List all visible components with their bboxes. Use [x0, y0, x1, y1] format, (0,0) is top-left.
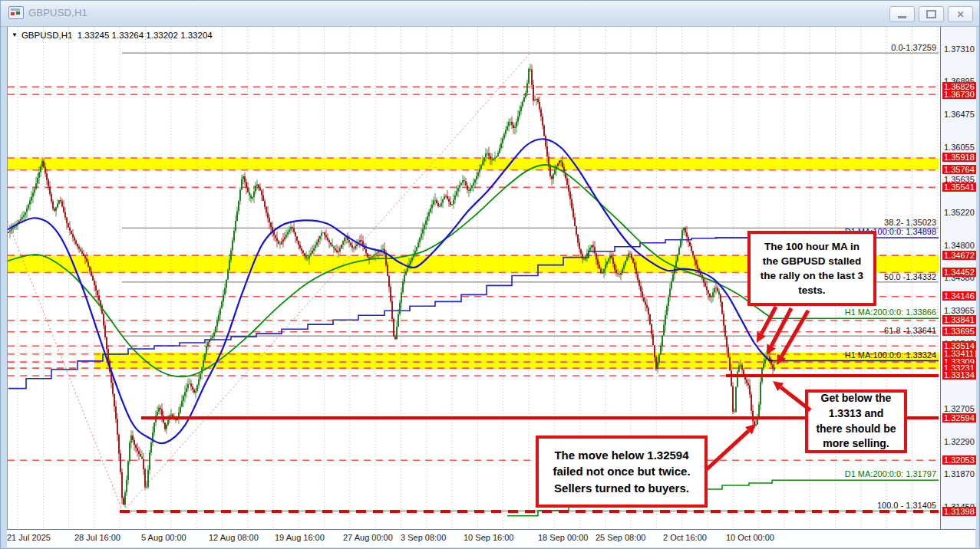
info-close: 1.33204	[180, 31, 213, 40]
window-titlebar[interactable]: GBPUSD,H1 ✕	[1, 1, 979, 27]
y-axis-level-label: 1.34452	[942, 268, 976, 277]
y-axis-tick: 1.37310	[944, 44, 975, 54]
annotation-text-line: there should be	[816, 422, 896, 437]
close-icon: ✕	[956, 10, 964, 19]
annotation-text-line: The 100 hour MA in	[764, 239, 860, 254]
y-axis-level-label: 1.36730	[942, 90, 976, 99]
x-axis-label: 25 Sep 08:00	[596, 533, 645, 542]
annotation-text-line: the rally on the last 3	[761, 268, 863, 283]
annotation-text-line: tests.	[798, 283, 825, 298]
x-axis-label: 18 Sep 00:00	[538, 533, 588, 542]
ann-ma-stall[interactable]: The 100 hour MA inthe GBPUSD stalledthe …	[747, 231, 876, 306]
ma-value-label: H1 MA:200:0:0: 1.33866	[1, 307, 936, 317]
y-axis-level-label: 1.32594	[942, 413, 976, 422]
y-axis-level-label: 1.33695	[942, 327, 976, 336]
ann-get-below[interactable]: Get below the1.3313 andthere should bemo…	[805, 390, 907, 453]
fib-level-label: 0.0-1.37259	[1, 43, 936, 52]
info-low: 1.33202	[146, 31, 178, 40]
x-axis-label: 3 Sep 08:00	[401, 533, 446, 542]
y-axis-level-label: 1.33134	[942, 370, 976, 380]
ma-value-label: H1 MA:100:0:0: 1.33324	[1, 350, 936, 360]
annotation-text-line: more selling.	[823, 436, 889, 452]
y-axis-level-label: 1.35764	[942, 165, 976, 174]
annotation-text-line: The move helow 1.32594	[554, 447, 688, 463]
y-axis-level-label: 1.34672	[942, 251, 976, 260]
support-resistance-zone	[8, 158, 939, 170]
close-button[interactable]: ✕	[948, 6, 973, 22]
ma-value-label: D1 MA:200:0:0: 1.31797	[1, 469, 936, 478]
info-open: 1.33245	[78, 31, 110, 40]
y-axis-tick: 1.32705	[944, 404, 975, 413]
y-axis-tick: 1.35220	[944, 208, 975, 217]
ohlc-info-bar: ▼GBPUSD,H1 1.33245 1.33264 1.33202 1.332…	[12, 31, 213, 40]
x-axis-label: 10 Oct 00:00	[726, 533, 774, 542]
fib-level-label: 100.0 - 1.31405	[1, 501, 936, 510]
x-axis-label: 5 Aug 00:00	[141, 533, 186, 542]
y-axis-tick: 1.36055	[944, 143, 975, 152]
x-axis-label: 21 Jul 2025	[7, 533, 51, 542]
y-axis-level-label: 1.35541	[942, 182, 976, 192]
restore-icon	[926, 10, 936, 18]
y-axis-level-label: 1.34146	[942, 291, 976, 301]
x-axis-label: 10 Sep 16:00	[464, 533, 513, 542]
y-axis-tick: 1.31870	[944, 469, 975, 478]
y-axis-level-label: 1.35918	[942, 153, 976, 162]
restore-button[interactable]	[919, 6, 944, 22]
annotation-text-line: the GBPUSD stalled	[763, 254, 861, 268]
x-axis-label: 2 Oct 16:00	[663, 533, 707, 542]
window-title: GBPUSD,H1	[28, 7, 87, 18]
symbol-dropdown-icon[interactable]: ▼	[12, 31, 18, 38]
x-axis-label: 12 Aug 08:00	[209, 533, 259, 542]
x-axis-label: 28 Jul 16:00	[74, 533, 120, 542]
x-axis-label: 27 Aug 00:00	[343, 533, 393, 542]
y-axis-level-label: 1.33841	[942, 315, 976, 324]
minimize-button[interactable]	[889, 6, 915, 22]
y-axis-level-label: 1.32053	[942, 455, 976, 465]
y-axis-tick: 1.32290	[944, 437, 975, 446]
y-axis-level-label: 1.31398	[942, 507, 976, 516]
fib-level-label: 61.8 -1.33641	[1, 326, 936, 335]
annotation-text-line: Sellers turned to buyers.	[554, 480, 689, 496]
h1-ma-100	[7, 139, 773, 443]
ann-move-below[interactable]: The move helow 1.32594failed not once bu…	[536, 436, 708, 508]
minimize-icon	[898, 16, 906, 18]
annotation-text-line: 1.3313 and	[829, 406, 884, 422]
y-axis-tick: 1.36475	[944, 110, 975, 119]
fib-level-label: 38.2- 1.35023	[1, 218, 936, 227]
x-axis-label: 19 Aug 16:00	[275, 533, 325, 542]
annotation-text-line: failed not once but twice.	[553, 463, 690, 479]
y-axis-tick: 1.33965	[944, 306, 975, 315]
info-high: 1.33264	[112, 31, 144, 40]
y-axis-tick: 1.34800	[944, 241, 975, 250]
chart-window: GBPUSD,H1 ✕ ▼GBPUSD,H1 1.33245 1.33264 1…	[0, 0, 980, 549]
annotation-text-line: Get below the	[821, 391, 892, 406]
info-symbol: GBPUSD,H1	[21, 31, 72, 40]
chart-window-icon	[8, 6, 24, 19]
